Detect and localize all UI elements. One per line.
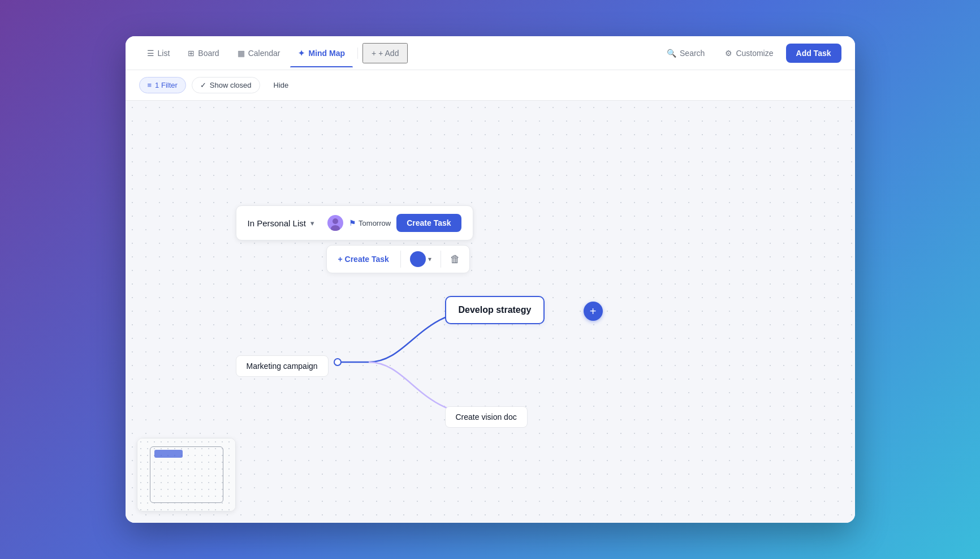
node-develop[interactable]: Develop strategy (445, 296, 545, 324)
tab-calendar-label: Calendar (248, 49, 280, 58)
add-icon: + (372, 49, 376, 58)
marketing-label: Marketing campaign (247, 362, 318, 371)
assignee-circle[interactable] (410, 251, 426, 267)
nav-separator (357, 48, 358, 59)
create-task-button[interactable]: Create Task (396, 214, 461, 232)
flag-due: ⚑ Tomorrow (349, 218, 391, 227)
board-icon: ⊞ (188, 49, 195, 58)
create-task-inline-button[interactable]: + Create Task (327, 246, 400, 273)
assignee-section[interactable]: ▾ (401, 251, 441, 267)
toolbar: ≡ 1 Filter ✓ Show closed Hide (126, 70, 855, 101)
minimap-inner (137, 438, 235, 511)
customize-label: Customize (736, 49, 773, 58)
root-task-label: In Personal List ▾ (248, 218, 314, 228)
filter-label: 1 Filter (155, 81, 178, 89)
check-circle-icon: ✓ (200, 81, 206, 89)
node-marketing[interactable]: Marketing campaign (236, 355, 329, 377)
avatar (327, 215, 343, 231)
filter-icon: ≡ (148, 81, 152, 89)
hide-button[interactable]: Hide (266, 78, 297, 93)
root-task-right: ⚑ Tomorrow Create Task (327, 214, 461, 232)
gear-icon: ⚙ (725, 49, 732, 58)
personal-list-label: In Personal List (248, 218, 306, 228)
tab-mindmap[interactable]: ✦ Mind Map (290, 44, 353, 62)
trash-section[interactable]: 🗑 (441, 253, 469, 265)
node-vision[interactable]: Create vision doc (445, 406, 528, 428)
svg-point-3 (333, 218, 338, 224)
list-icon: ☰ (147, 49, 154, 58)
minimap-outline (150, 446, 223, 503)
plus-icon: + (590, 305, 597, 318)
flag-icon: ⚑ (349, 218, 356, 227)
create-task-label: Create Task (407, 218, 451, 227)
vision-label: Create vision doc (456, 412, 517, 422)
hide-label: Hide (274, 81, 289, 89)
add-task-button[interactable]: Add Task (786, 44, 841, 63)
add-child-button[interactable]: + (584, 302, 603, 321)
canvas: In Personal List ▾ ⚑ Tomorrow Create Tas… (126, 101, 855, 523)
trash-icon[interactable]: 🗑 (450, 253, 460, 265)
search-label: Search (680, 49, 705, 58)
top-nav: ☰ List ⊞ Board ▦ Calendar ✦ Mind Map + +… (126, 36, 855, 70)
root-task-card: In Personal List ▾ ⚑ Tomorrow Create Tas… (236, 205, 473, 240)
add-label: + Add (378, 49, 399, 58)
add-button[interactable]: + + Add (362, 43, 408, 63)
mindmap-icon: ✦ (298, 49, 305, 58)
show-closed-label: Show closed (210, 81, 252, 89)
calendar-icon: ▦ (238, 49, 245, 58)
dropdown-arrow-icon: ▾ (428, 255, 431, 263)
tab-list[interactable]: ☰ List (139, 44, 178, 62)
due-label: Tomorrow (359, 219, 391, 227)
customize-button[interactable]: ⚙ Customize (717, 44, 781, 62)
app-window: ☰ List ⊞ Board ▦ Calendar ✦ Mind Map + +… (126, 36, 855, 523)
chevron-down-icon: ▾ (310, 219, 314, 227)
develop-label: Develop strategy (459, 305, 532, 315)
add-task-label: Add Task (796, 49, 831, 58)
filter-button[interactable]: ≡ 1 Filter (139, 77, 186, 93)
create-toolbar: + Create Task ▾ 🗑 (326, 245, 470, 273)
search-button[interactable]: 🔍 Search (659, 44, 713, 62)
create-inline-label: + Create Task (338, 255, 389, 264)
tab-list-label: List (158, 49, 170, 58)
search-icon: 🔍 (667, 49, 676, 58)
tab-calendar[interactable]: ▦ Calendar (230, 44, 288, 62)
show-closed-button[interactable]: ✓ Show closed (192, 77, 260, 93)
svg-point-0 (334, 359, 341, 366)
nav-right: 🔍 Search ⚙ Customize Add Task (659, 44, 841, 63)
tab-board-label: Board (198, 49, 219, 58)
tab-mindmap-label: Mind Map (308, 49, 345, 58)
minimap[interactable] (137, 438, 236, 511)
tab-board[interactable]: ⊞ Board (180, 44, 227, 62)
